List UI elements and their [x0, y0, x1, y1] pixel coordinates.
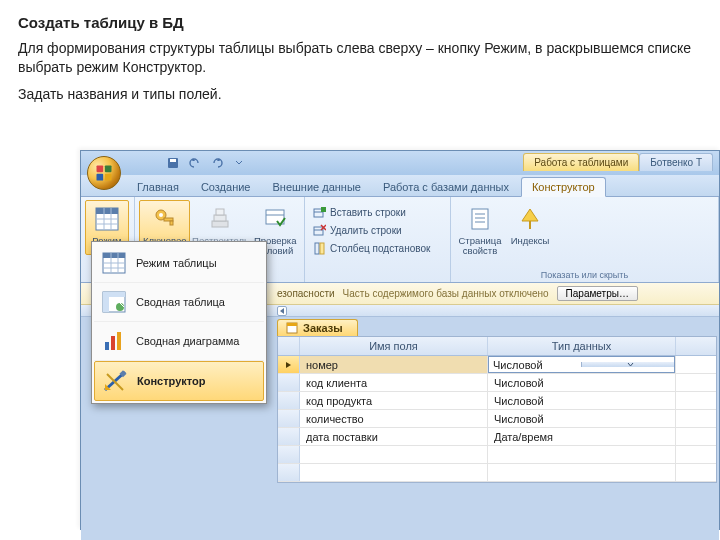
delete-rows-button[interactable]: Удалить строки	[309, 222, 433, 238]
svg-rect-2	[97, 174, 104, 181]
grid-row: дата поставки Дата/время	[278, 428, 716, 446]
data-type-value: Числовой	[489, 359, 581, 371]
doc-para-2: Задать названия и типы полей.	[18, 85, 702, 104]
data-type-cell[interactable]: Числовой	[488, 392, 676, 409]
field-name-cell[interactable]: количество	[300, 410, 488, 427]
row-selector[interactable]	[278, 410, 300, 427]
insert-rows-label: Вставить строки	[330, 207, 406, 218]
row-selector-header[interactable]	[278, 337, 300, 355]
svg-rect-5	[170, 159, 176, 162]
svg-point-13	[159, 213, 163, 217]
svg-rect-29	[320, 243, 324, 254]
data-type-cell[interactable]: Числовой	[488, 374, 676, 391]
office-orb-button[interactable]	[87, 156, 121, 190]
row-selector[interactable]	[278, 392, 300, 409]
property-sheet-label: Страница свойств	[458, 236, 502, 257]
svg-rect-1	[105, 166, 112, 173]
row-selector[interactable]	[278, 356, 300, 373]
menu-datasheet-view[interactable]: Режим таблицы	[94, 244, 264, 283]
row-selector[interactable]	[278, 464, 300, 481]
builder-icon	[208, 207, 232, 231]
field-name-cell[interactable]	[300, 446, 488, 463]
svg-rect-46	[111, 336, 115, 350]
qat-save-button[interactable]	[165, 155, 181, 171]
row-selector[interactable]	[278, 446, 300, 463]
data-type-cell[interactable]	[488, 446, 676, 463]
security-options-button[interactable]: Параметры…	[557, 286, 638, 301]
qat-undo-button[interactable]	[187, 155, 203, 171]
svg-rect-23	[321, 207, 326, 212]
delete-row-icon	[313, 224, 326, 237]
grid-row-empty	[278, 446, 716, 464]
data-type-cell[interactable]: Дата/время	[488, 428, 676, 445]
group-label-rows	[309, 269, 446, 281]
insert-rows-button[interactable]: Вставить строки	[309, 204, 433, 220]
object-tab-label: Заказы	[303, 322, 343, 334]
titlebar: Работа с таблицами Ботвенко Т	[81, 151, 719, 175]
table-icon	[286, 322, 298, 334]
field-name-cell[interactable]: код клиента	[300, 374, 488, 391]
access-window: Работа с таблицами Ботвенко Т Главная Со…	[80, 150, 720, 530]
svg-rect-50	[287, 323, 297, 326]
context-tab-author: Ботвенко Т	[639, 153, 713, 171]
tab-external-data[interactable]: Внешние данные	[263, 178, 371, 196]
menu-pivot-chart[interactable]: Сводная диаграмма	[94, 322, 264, 361]
column-header-datatype[interactable]: Тип данных	[488, 337, 676, 355]
menu-label: Сводная диаграмма	[136, 335, 239, 347]
svg-rect-36	[103, 253, 125, 258]
view-mode-menu: Режим таблицы Сводная таблица Сводная ди…	[91, 241, 267, 404]
chevron-down-icon	[235, 159, 243, 167]
navpane-toggle[interactable]	[277, 306, 287, 316]
security-message: Часть содержимого базы данных отключено	[343, 288, 549, 299]
svg-rect-30	[472, 209, 488, 229]
indexes-label: Индексы	[511, 236, 550, 246]
ribbon-tabstrip: Главная Создание Внешние данные Работа с…	[81, 175, 719, 197]
object-tab-orders[interactable]: Заказы	[277, 319, 358, 336]
column-header-fieldname[interactable]: Имя поля	[300, 337, 488, 355]
tab-create[interactable]: Создание	[191, 178, 261, 196]
field-name-cell[interactable]: номер	[300, 356, 488, 373]
grid-row: код клиента Числовой	[278, 374, 716, 392]
field-name-cell[interactable]: дата поставки	[300, 428, 488, 445]
indexes-icon	[518, 207, 542, 231]
svg-rect-3	[105, 174, 112, 181]
row-selector[interactable]	[278, 374, 300, 391]
indexes-button[interactable]: Индексы	[507, 200, 553, 250]
svg-rect-47	[117, 332, 121, 350]
qat-dropdown[interactable]	[231, 155, 247, 171]
qat-redo-button[interactable]	[209, 155, 225, 171]
property-sheet-icon	[468, 207, 492, 231]
chevron-down-icon	[627, 362, 634, 367]
grid-row: количество Числовой	[278, 410, 716, 428]
tab-design[interactable]: Конструктор	[521, 177, 606, 197]
lookup-column-button[interactable]: Столбец подстановок	[309, 240, 433, 256]
row-selector[interactable]	[278, 428, 300, 445]
svg-rect-15	[170, 221, 173, 225]
redo-icon	[211, 157, 223, 169]
menu-design-view[interactable]: Конструктор	[94, 361, 264, 401]
tab-home[interactable]: Главная	[127, 178, 189, 196]
property-sheet-button[interactable]: Страница свойств	[455, 200, 505, 261]
group-showhide: Страница свойств Индексы Показать или ск…	[451, 197, 719, 282]
svg-rect-17	[214, 215, 226, 221]
security-title: езопасности	[277, 288, 335, 299]
datasheet-view-icon	[94, 206, 120, 232]
data-type-cell[interactable]	[488, 464, 676, 481]
combo-dropdown[interactable]	[581, 362, 674, 367]
office-logo-icon	[94, 163, 114, 183]
data-type-combo[interactable]: Числовой	[488, 356, 675, 373]
field-name-cell[interactable]	[300, 464, 488, 481]
data-type-cell[interactable]: Числовой	[488, 410, 676, 427]
menu-label: Сводная таблица	[136, 296, 225, 308]
grid-row: код продукта Числовой	[278, 392, 716, 410]
menu-pivot-table[interactable]: Сводная таблица	[94, 283, 264, 322]
validation-icon	[263, 207, 287, 231]
tab-database-tools[interactable]: Работа с базами данных	[373, 178, 519, 196]
menu-label: Режим таблицы	[136, 257, 217, 269]
field-name-cell[interactable]: код продукта	[300, 392, 488, 409]
svg-rect-7	[96, 208, 118, 214]
svg-rect-16	[212, 221, 228, 227]
data-type-cell[interactable]: Числовой	[488, 356, 676, 373]
delete-rows-label: Удалить строки	[330, 225, 402, 236]
datasheet-icon	[102, 252, 126, 274]
